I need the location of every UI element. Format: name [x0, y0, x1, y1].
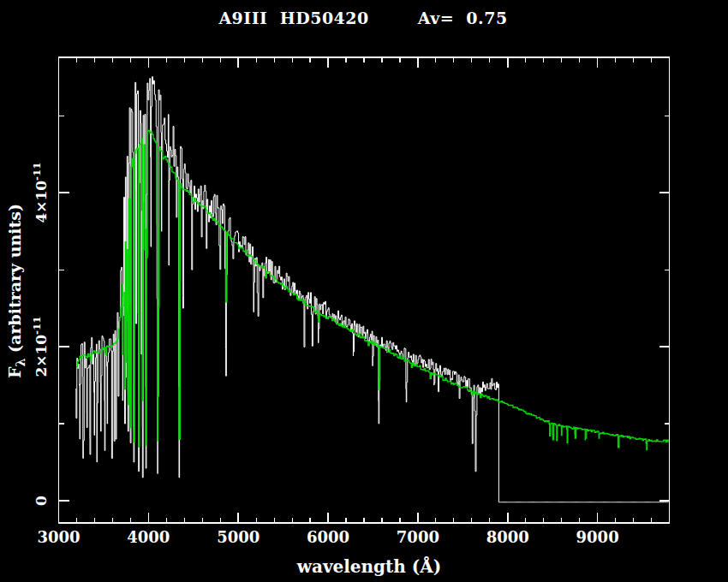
- y-axis-label-base: F: [5, 367, 24, 379]
- plot-title: A9III HD50420 Av= 0.75: [218, 9, 507, 27]
- x-tick-label: 9000: [576, 528, 619, 546]
- x-tick-label: 3000: [37, 528, 80, 546]
- x-tick-label: 7000: [397, 528, 439, 546]
- observed-spectrum-line: [75, 77, 669, 502]
- x-tick-label: 8000: [486, 528, 529, 546]
- x-tick-label: 4000: [127, 528, 170, 546]
- y-axis-label: Fλ (arbitrary units): [5, 204, 27, 378]
- y-axis-label-sub: λ: [14, 359, 27, 367]
- y-tick-label-4e-11: 4×10-11: [31, 162, 50, 223]
- y-tick-label-2e-11: 2×10-11: [31, 316, 50, 377]
- x-axis-label: wavelength (Å): [297, 556, 442, 577]
- y-axis-label-rest: (arbitrary units): [5, 204, 24, 359]
- spectrum-plot-window: 3000400050006000700080009000 A9III HD504…: [0, 0, 728, 582]
- y-tick-label-0: 0: [31, 496, 50, 506]
- plot-area: 3000400050006000700080009000: [0, 0, 728, 582]
- x-tick-label: 6000: [307, 528, 349, 546]
- template-spectrum-line: [76, 130, 668, 449]
- x-tick-label: 5000: [217, 528, 260, 546]
